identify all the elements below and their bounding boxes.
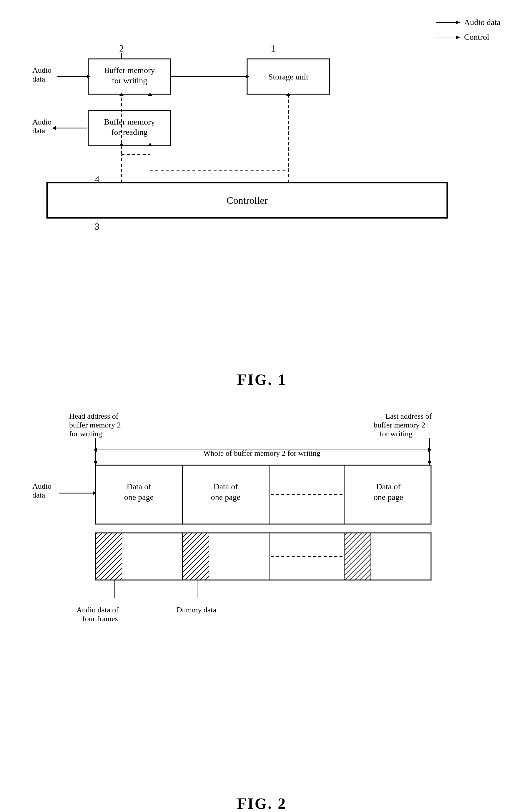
buffer-read-line2: for reading bbox=[111, 127, 148, 137]
controller-label: Controller bbox=[227, 195, 268, 206]
label-2: 2 bbox=[119, 43, 124, 53]
data-page-2-line2: one page bbox=[211, 493, 240, 502]
audio-four-frames-line1: Audio data of bbox=[77, 606, 118, 614]
buffer-read-line1: Buffer memory bbox=[104, 117, 155, 126]
hatch-3 bbox=[344, 533, 371, 580]
audio-data-fig2-line2: data bbox=[32, 491, 45, 499]
audio-out-read-line1: Audio bbox=[32, 118, 51, 126]
label-4: 4 bbox=[95, 174, 99, 185]
data-page-2-line1: Data of bbox=[213, 482, 238, 491]
last-addr-line2: buffer memory 2 bbox=[374, 421, 425, 429]
dashed-arrow-ctrl-to-read bbox=[119, 143, 124, 146]
fig2-title: FIG. 2 bbox=[23, 795, 500, 812]
data-page-3-line1: Data of bbox=[376, 482, 401, 491]
legend-audio-data-label: Audio data bbox=[464, 18, 501, 27]
fig1-svg: 2 1 Buffer memory for writing Buffer mem… bbox=[23, 35, 500, 359]
data-page-3-line2: one page bbox=[374, 493, 403, 502]
fig2-diagram: Head address of buffer memory 2 for writ… bbox=[23, 406, 500, 812]
head-addr-line1: Head address of bbox=[69, 412, 118, 420]
dashed-arrow-to-buffer-read bbox=[148, 143, 152, 146]
fig1-diagram: 2 1 Buffer memory for writing Buffer mem… bbox=[23, 35, 500, 388]
audio-in-write-line2: data bbox=[32, 75, 45, 83]
buffer-write-line2: for writing bbox=[112, 76, 147, 85]
audio-four-frames-line2: four frames bbox=[82, 615, 118, 623]
last-addr-line3: for writing bbox=[379, 430, 412, 438]
audio-in-write-line1: Audio bbox=[32, 66, 51, 75]
head-addr-line2: buffer memory 2 bbox=[69, 421, 121, 429]
audio-out-read-line2: data bbox=[32, 127, 45, 135]
storage-unit-label: Storage unit bbox=[268, 72, 308, 81]
buffer-write-line1: Buffer memory bbox=[104, 66, 155, 75]
legend-audio-data: Audio data bbox=[436, 18, 501, 27]
last-addr-line1: Last address of bbox=[386, 412, 432, 420]
hatch-1 bbox=[96, 533, 122, 580]
dummy-data-label: Dummy data bbox=[177, 606, 216, 614]
solid-arrow-icon bbox=[436, 22, 460, 23]
hatch-2 bbox=[182, 533, 209, 580]
bottom-memory-rect bbox=[96, 533, 431, 580]
head-addr-arrow bbox=[94, 461, 98, 465]
audio-data-fig2-line1: Audio bbox=[32, 482, 51, 491]
dashed-connect bbox=[121, 149, 124, 155]
data-page-1-line2: one page bbox=[124, 493, 153, 502]
data-page-1-line1: Data of bbox=[127, 482, 151, 491]
head-addr-line3: for writing bbox=[69, 430, 102, 438]
arrow-out-buffer-read bbox=[52, 126, 56, 130]
label-1: 1 bbox=[271, 43, 275, 53]
fig1-title: FIG. 1 bbox=[23, 371, 500, 388]
last-addr-arrow bbox=[427, 461, 431, 465]
whole-buffer-label: Whole of buffer memory 2 for writing bbox=[203, 449, 321, 458]
fig2-svg: Head address of buffer memory 2 for writ… bbox=[23, 406, 500, 783]
